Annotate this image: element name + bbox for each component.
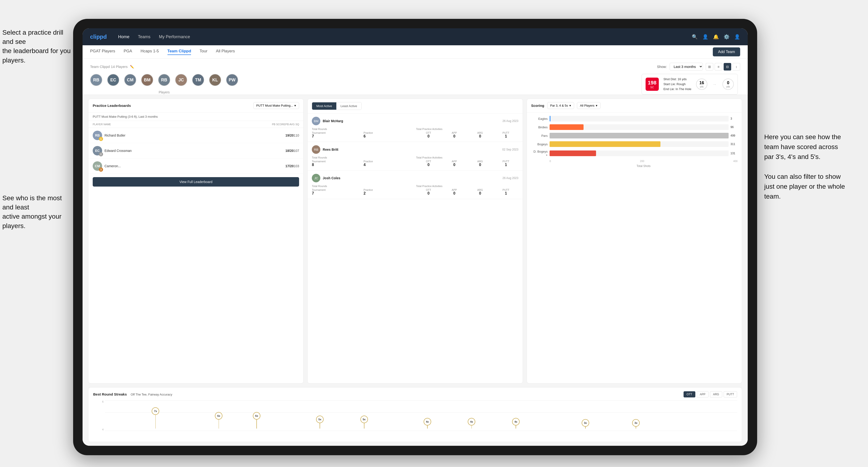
bar-fill-pars <box>550 133 728 138</box>
annotation-bottom-left: See who is the most and leastactive amon… <box>2 193 71 230</box>
filter-ott[interactable]: OTT <box>684 391 695 398</box>
most-active-button[interactable]: Most Active <box>312 102 336 110</box>
view-filter-icon[interactable]: ↕ <box>733 63 740 70</box>
list-item: BM Blair McHarg 26 Aug 2023 Total Rounds… <box>308 114 522 142</box>
lb-avatar-3: CM 3 <box>93 161 102 171</box>
lb-player-3: CM 3 Cameron... <box>93 161 285 171</box>
avatar-icon[interactable]: 👤 <box>734 34 740 40</box>
ott-3: 0 <box>416 191 441 195</box>
bar-container-eagles <box>550 116 728 121</box>
filter-app[interactable]: APP <box>697 391 709 398</box>
settings-icon[interactable]: ⚙️ <box>724 34 730 40</box>
active-player-info-2: RB Rees Britt <box>312 145 338 154</box>
nav-home[interactable]: Home <box>118 34 129 39</box>
show-controls: Show: Last 3 months ⊞ ≡ ⊟ ↕ <box>657 63 740 70</box>
active-player-header-3: JC Josh Coles 26 Aug 2023 <box>312 174 518 182</box>
streak-dot-7: 4x <box>468 418 475 429</box>
table-row: EC 2 Edward Crossman 18/20 107 <box>88 143 303 158</box>
app-1: 0 <box>442 134 467 138</box>
player-avatar-5[interactable]: RB <box>158 74 170 86</box>
bottom-section: Best Round Streaks Off The Tee, Fairway … <box>83 387 748 446</box>
par-filter-dropdown[interactable]: Par 3, 4 & 5s ▾ <box>547 102 574 109</box>
bar-value-bogeys: 311 <box>731 143 738 146</box>
bar-label-dbogeys: D. Bogeys + <box>531 150 548 157</box>
filter-arg[interactable]: ARG <box>710 391 722 398</box>
arg-3: 0 <box>468 191 493 195</box>
players-label: Players <box>90 90 238 94</box>
nav-my-performance[interactable]: My Performance <box>159 34 190 39</box>
player-avatar-6[interactable]: JC <box>175 74 187 86</box>
lb-dropdown[interactable]: PUTT Must Make Putting... ▾ <box>253 102 299 109</box>
arg-2: 0 <box>468 163 493 167</box>
person-icon[interactable]: 👤 <box>703 34 708 40</box>
player-avatar-4[interactable]: BM <box>141 74 153 86</box>
subnav-team-clippd[interactable]: Team Clippd <box>167 49 191 55</box>
content-area: Team Clippd 14 Players ✏️ Show: Last 3 m… <box>83 59 748 446</box>
practice-value-1: 6 <box>364 134 414 138</box>
active-player-header-2: RB Rees Britt 02 Sep 2023 <box>312 145 518 154</box>
lb-title: Practice Leaderboards <box>93 103 131 107</box>
streak-dot-1: 7x <box>152 407 159 429</box>
view-grid-icon[interactable]: ⊞ <box>706 63 713 70</box>
arg-1: 0 <box>468 134 493 138</box>
team-header: Team Clippd 14 Players ✏️ Show: Last 3 m… <box>83 59 748 95</box>
active-player-info-1: BM Blair McHarg <box>312 117 343 125</box>
bar-label-pars: Pars <box>531 134 548 137</box>
bar-fill-bogeys <box>550 141 661 147</box>
shot-circle-2: 0 yds <box>722 79 734 90</box>
active-player-header-1: BM Blair McHarg 26 Aug 2023 <box>312 117 518 125</box>
subnav-hcaps[interactable]: Hcaps 1-5 <box>141 49 159 55</box>
player-avatar-9[interactable]: PW <box>226 74 238 86</box>
lb-player-2: EC 2 Edward Crossman <box>93 146 285 155</box>
player-avatar-3[interactable]: CM <box>124 74 136 86</box>
least-active-button[interactable]: Least Active <box>336 102 361 110</box>
tournament-value-3: 7 <box>312 191 363 195</box>
active-avatar-1: BM <box>312 117 320 125</box>
brand-logo: clippd <box>90 33 107 40</box>
view-full-leaderboard-button[interactable]: View Full Leaderboard <box>93 177 299 187</box>
putt-2: 1 <box>493 163 518 167</box>
bell-icon[interactable]: 🔔 <box>713 34 719 40</box>
tournament-value-2: 8 <box>312 163 363 167</box>
bar-value-eagles: 3 <box>731 117 738 120</box>
subnav-pga[interactable]: PGA <box>124 49 132 55</box>
rank-badge-3: 3 <box>99 167 103 172</box>
edit-icon[interactable]: ✏️ <box>130 65 134 69</box>
streak-plot: 7x 6x 6x 5x <box>105 400 737 431</box>
player-filter-dropdown[interactable]: All Players ▾ <box>577 102 600 109</box>
shot-circles: 16 yds → 0 yds <box>696 79 734 90</box>
subnav: PGAT Players PGA Hcaps 1-5 Team Clippd T… <box>83 45 748 59</box>
streaks-subtitle: Off The Tee, Fairway Accuracy <box>131 393 172 396</box>
subnav-tour[interactable]: Tour <box>199 49 207 55</box>
bar-chart: Eagles 3 Birdies 96 <box>527 113 742 171</box>
bar-container-birdies <box>550 124 728 130</box>
subnav-all-players[interactable]: All Players <box>216 49 235 55</box>
player-avatar-1[interactable]: RB <box>90 74 102 86</box>
practice-leaderboards-card: Practice Leaderboards PUTT Must Make Put… <box>88 99 304 383</box>
tablet-screen: clippd Home Teams My Performance 🔍 👤 🔔 ⚙… <box>83 28 748 446</box>
bar-value-birdies: 96 <box>731 125 738 129</box>
subnav-pgat[interactable]: PGAT Players <box>90 49 115 55</box>
filter-putt[interactable]: PUTT <box>724 391 737 398</box>
chart-xaxis: 0 200 400 <box>531 160 738 162</box>
add-team-button[interactable]: Add Team <box>713 48 740 56</box>
rounds-section-2: Total Rounds Tournament 8 Practice 4 <box>312 156 414 167</box>
search-icon[interactable]: 🔍 <box>692 34 698 40</box>
navbar: clippd Home Teams My Performance 🔍 👤 🔔 ⚙… <box>83 28 748 45</box>
lb-table-header: PLAYER NAME PB SCORE PB AVG SQ <box>88 121 303 128</box>
team-header-top: Team Clippd 14 Players ✏️ Show: Last 3 m… <box>90 63 740 70</box>
player-avatar-7[interactable]: TM <box>192 74 204 86</box>
view-list-icon[interactable]: ≡ <box>715 63 722 70</box>
active-name-3: Josh Coles <box>323 176 340 180</box>
streak-axis-y: 6 4 <box>93 400 105 431</box>
nav-teams[interactable]: Teams <box>138 34 151 39</box>
putt-3: 1 <box>493 191 518 195</box>
player-avatar-2[interactable]: EC <box>107 74 119 86</box>
view-detail-icon[interactable]: ⊟ <box>724 63 731 70</box>
lb-player-1: RB 1 Richard Butler <box>93 131 285 140</box>
time-period-dropdown[interactable]: Last 3 months <box>670 63 703 70</box>
player-avatar-8[interactable]: KL <box>209 74 221 86</box>
streak-chart: 6 4 7x <box>93 400 737 438</box>
annotation-right: Here you can see how theteam have scored… <box>764 132 854 201</box>
activities-section-2: Total Practice Activities OTT 0 APP 0 AR… <box>416 156 519 167</box>
